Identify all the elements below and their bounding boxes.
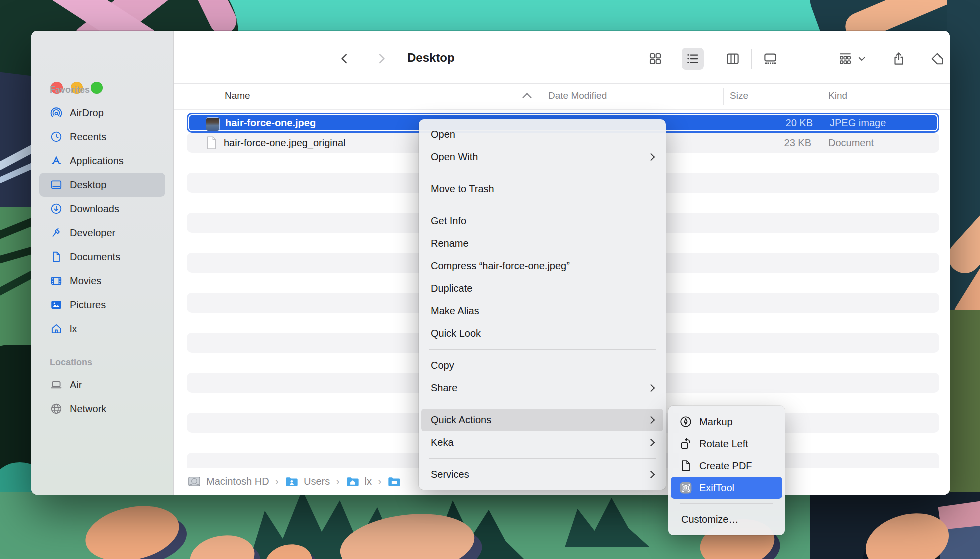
sidebar-item-label: Downloads [70, 204, 120, 215]
airdrop-icon [49, 106, 64, 120]
menu-item-label: Get Info [431, 216, 654, 227]
laptop-icon [49, 378, 64, 392]
sidebar-item-network[interactable]: Network [40, 397, 166, 421]
menu-item-open-with[interactable]: Open With [419, 146, 666, 168]
sidebar-item-airdrop[interactable]: AirDrop [40, 101, 166, 125]
desktop-icon [49, 178, 64, 192]
context-menu: Open Open With Move to Trash Get Info Re… [419, 120, 666, 490]
submenu-chevron-icon [648, 439, 656, 447]
menu-item-quick-look[interactable]: Quick Look [419, 322, 666, 345]
folder-users-icon [285, 476, 299, 488]
file-name: hair-force-one.jpeg_original [224, 133, 346, 153]
sidebar-item-developer[interactable]: Developer [40, 221, 166, 245]
path-label: Macintosh HD [206, 476, 270, 488]
toolbar-divider [752, 49, 752, 69]
menu-item-quick-actions[interactable]: Quick Actions [422, 409, 664, 432]
menu-item-open[interactable]: Open [419, 124, 666, 146]
column-divider[interactable] [724, 88, 724, 105]
menu-item-label: Create PDF [700, 460, 775, 472]
sidebar-section-locations: Locations [50, 358, 92, 368]
sidebar-item-label: Air [70, 380, 82, 391]
zoom-button[interactable] [91, 82, 103, 94]
submenu-chevron-icon [648, 416, 656, 424]
app-store-icon [49, 154, 64, 168]
folder-home-icon [346, 476, 360, 488]
menu-item-move-to-trash[interactable]: Move to Trash [419, 178, 666, 200]
submenu-item-markup[interactable]: Markup [668, 411, 785, 433]
submenu-item-rotate-left[interactable]: Rotate Left [668, 433, 785, 455]
file-size: 23 KB [724, 133, 812, 153]
menu-item-label: Keka [431, 437, 648, 448]
path-item-home[interactable]: lx [346, 476, 372, 488]
toolbar: Desktop [174, 31, 950, 84]
column-header-date-modified[interactable]: Date Modified [548, 90, 607, 102]
sidebar-item-label: Developer [70, 228, 116, 239]
sidebar-item-pictures[interactable]: Pictures [40, 293, 166, 317]
submenu-item-create-pdf[interactable]: Create PDF [668, 455, 785, 477]
column-headers: Name Date Modified Size Kind [174, 84, 950, 110]
menu-item-label: Move to Trash [431, 184, 654, 195]
column-header-name[interactable]: Name [225, 90, 250, 102]
path-chevron: › [378, 476, 382, 488]
column-divider[interactable] [820, 88, 820, 105]
gallery-view-button[interactable] [760, 48, 782, 70]
sidebar-item-label: Pictures [70, 300, 106, 311]
sidebar-item-applications[interactable]: Applications [40, 149, 166, 173]
list-view-button[interactable] [682, 48, 704, 70]
menu-item-get-info[interactable]: Get Info [419, 210, 666, 232]
hammer-icon [49, 226, 64, 240]
share-button[interactable] [888, 48, 910, 70]
sidebar-item-air[interactable]: Air [40, 373, 166, 397]
group-chevron-button[interactable] [854, 48, 870, 70]
path-item-users[interactable]: Users [285, 476, 330, 488]
menu-item-label: Services [431, 469, 648, 480]
menu-item-label: Make Alias [431, 306, 654, 317]
column-divider[interactable] [540, 88, 540, 105]
menu-item-share[interactable]: Share [419, 377, 666, 400]
path-item-macintosh-hd[interactable]: Macintosh HD [188, 476, 270, 488]
sidebar-item-desktop[interactable]: Desktop [40, 173, 166, 197]
sidebar-item-documents[interactable]: Documents [40, 245, 166, 269]
window-title: Desktop [408, 51, 455, 65]
sidebar-item-downloads[interactable]: Downloads [40, 197, 166, 221]
home-icon [49, 322, 64, 336]
sidebar-item-label: AirDrop [70, 108, 104, 119]
share-icon [892, 52, 906, 66]
column-header-kind[interactable]: Kind [828, 90, 848, 102]
column-view-button[interactable] [722, 48, 744, 70]
menu-item-services[interactable]: Services [419, 464, 666, 486]
menu-item-copy[interactable]: Copy [419, 354, 666, 377]
column-view-icon [726, 52, 740, 66]
sidebar-section-favorites: Favorites [50, 85, 90, 96]
path-chevron: › [336, 476, 340, 488]
chevron-right-icon [375, 52, 388, 66]
icon-view-button[interactable] [644, 48, 666, 70]
menu-item-keka[interactable]: Keka [419, 432, 666, 454]
menu-separator [429, 350, 656, 350]
menu-separator [429, 404, 656, 404]
submenu-item-exiftool[interactable]: ExifTool [671, 477, 782, 499]
gallery-view-icon [763, 52, 778, 66]
menu-item-label: Share [431, 382, 648, 394]
back-button[interactable] [334, 48, 356, 70]
forward-button[interactable] [370, 48, 392, 70]
menu-item-duplicate[interactable]: Duplicate [419, 278, 666, 300]
menu-item-compress[interactable]: Compress “hair-force-one.jpeg” [419, 255, 666, 278]
path-label: Users [304, 476, 330, 488]
sidebar-item-home[interactable]: lx [40, 317, 166, 341]
sidebar-item-label: Applications [70, 156, 124, 167]
menu-item-rename[interactable]: Rename [419, 232, 666, 255]
download-icon [49, 202, 64, 216]
sort-ascending-icon [522, 93, 532, 102]
sidebar-item-movies[interactable]: Movies [40, 269, 166, 293]
column-header-size[interactable]: Size [730, 90, 748, 102]
menu-item-make-alias[interactable]: Make Alias [419, 300, 666, 322]
path-item-desktop-folder[interactable] [388, 476, 406, 488]
submenu-chevron-icon [648, 471, 656, 479]
rotate-left-icon [678, 438, 694, 450]
file-size: 20 KB [725, 114, 813, 132]
submenu-item-customize[interactable]: Customize… [668, 508, 785, 530]
sidebar-item-recents[interactable]: Recents [40, 125, 166, 149]
document-icon [49, 250, 64, 264]
tags-button[interactable] [926, 48, 948, 70]
